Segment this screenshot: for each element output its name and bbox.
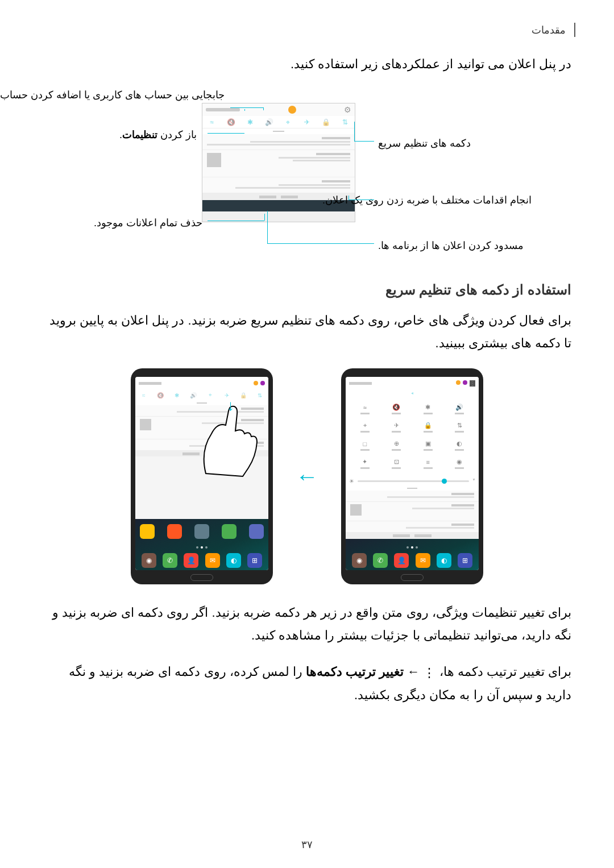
phone-illustration-row: ⇅🔒✈⌖🔊✱🔇≈ <box>43 368 571 584</box>
notification-panel-diagram: ⚙ ⇅ 🔒 ✈ ⌖ 🔊 ✱ 🔇 ≈ <box>43 89 571 259</box>
dock-camera-icon: ◉ <box>352 553 367 568</box>
dock-contacts-icon: 👤 <box>184 553 198 568</box>
phone-right: ⇅🔒✈⌖🔊✱🔇≈ <box>131 368 273 584</box>
dock-phone-icon: ✆ <box>373 553 388 568</box>
swipe-down-arrow: ↓ <box>227 397 234 414</box>
dock-messages-icon: ✉ <box>205 553 220 568</box>
apps-icon <box>249 524 264 539</box>
phone-left: ⋮ ◂ 🔊 ✱ 🔇 ≈ <box>341 368 483 584</box>
callout-notif: انجام اقدامات مختلف با ضربه زدن روی یک ا… <box>378 194 532 206</box>
gear-icon: ⚙ <box>344 105 351 114</box>
home-button <box>190 574 213 581</box>
mute-icon: 🔇 <box>226 118 235 127</box>
dock-phone-icon: ✆ <box>163 553 177 568</box>
paragraph-2: برای تغییر تنظیمات ویژگی، روی متن واقع د… <box>43 601 571 646</box>
panel-notification-1 <box>202 134 355 150</box>
dock-browser-icon: ◐ <box>437 553 451 568</box>
callout-block: مسدود کردن اعلان ها از برنامه ها. <box>378 239 524 252</box>
dock-messages-icon: ✉ <box>416 553 430 568</box>
paragraph-1: برای فعال کردن ویژگی های خاص، روی دکمه ه… <box>43 309 571 354</box>
dock-camera-icon: ◉ <box>142 553 156 568</box>
plane-icon: ✈ <box>302 118 312 127</box>
more-vertical-icon: ⋮ <box>423 662 435 684</box>
dock-contacts-icon: 👤 <box>394 553 409 568</box>
folder-icon <box>140 524 155 539</box>
arrow-left-icon: ← <box>296 464 318 489</box>
dock-apps-icon: ⊞ <box>458 553 472 568</box>
gallery-icon <box>194 524 209 539</box>
panel-notification-3 <box>202 177 355 193</box>
page-header: مقدمات <box>532 23 575 37</box>
callout-settings: باز کردن تنظیمات. <box>119 128 197 141</box>
wifi-icon: ≈ <box>208 118 217 127</box>
paragraph-3: برای تغییر ترتیب دکمه ها، ⋮ ← تغییر ترتی… <box>43 661 571 707</box>
home-button <box>401 574 424 581</box>
dock-apps-icon: ⊞ <box>247 553 262 568</box>
intro-text: در پنل اعلان می توانید از عملکردهای زیر … <box>43 57 571 72</box>
callout-clear: حذف تمام اعلانات موجود. <box>94 217 202 229</box>
lock-icon: 🔒 <box>322 118 331 127</box>
page-number: ۳۷ <box>301 838 313 851</box>
callout-quick: دکمه های تنظیم سریع <box>378 137 471 149</box>
sound-icon: 🔊 <box>264 118 273 127</box>
status-bar <box>206 108 240 111</box>
user-icon <box>288 106 296 114</box>
panel-notification-2 <box>202 150 355 177</box>
location-icon: ⌖ <box>284 118 293 127</box>
section-heading: استفاده از دکمه های تنظیم سریع <box>43 282 571 298</box>
arrows-icon: ⇅ <box>341 118 350 127</box>
bluetooth-icon: ✱ <box>246 118 255 127</box>
callout-accounts: جابجایی بین حساب های کاربری یا اضافه کرد… <box>65 89 225 101</box>
dock-browser-icon: ◐ <box>226 553 241 568</box>
music-icon <box>167 524 182 539</box>
quick-settings-row: ⇅ 🔒 ✈ ⌖ 🔊 ✱ 🔇 ≈ <box>202 116 355 128</box>
play-icon <box>222 524 237 539</box>
